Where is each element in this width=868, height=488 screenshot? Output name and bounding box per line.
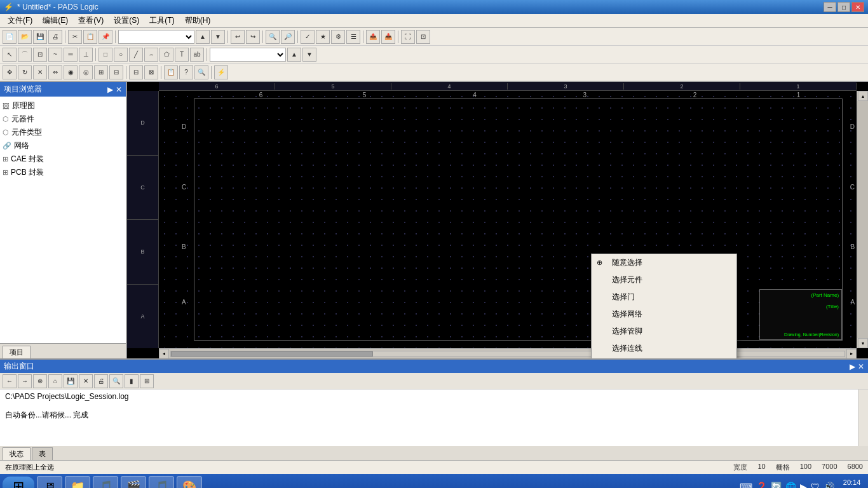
tb-arrow2[interactable]: ▼ bbox=[211, 30, 225, 44]
bus-btn[interactable]: ═ bbox=[64, 48, 78, 62]
circle-btn[interactable]: ○ bbox=[114, 48, 128, 62]
menu-settings[interactable]: 设置(S) bbox=[109, 14, 144, 27]
mirror-btn[interactable]: ⇔ bbox=[48, 65, 62, 79]
tb-window[interactable]: ⊡ bbox=[416, 30, 430, 44]
v-scrollbar[interactable]: ▴ ▾ bbox=[857, 91, 868, 348]
ctx-select-gate[interactable]: 选择门 bbox=[592, 288, 736, 306]
tray-sync[interactable]: 🔄 bbox=[771, 482, 782, 488]
canvas-area[interactable]: 6 5 4 3 2 1 D C B A 6 bbox=[127, 82, 868, 358]
ctx-select-draw[interactable]: 选择绘图项 bbox=[592, 357, 736, 358]
panel-close-icon[interactable]: ✕ bbox=[116, 85, 122, 94]
output-pin-icon[interactable]: ▶ bbox=[850, 362, 855, 371]
tb-list[interactable]: ☰ bbox=[346, 30, 360, 44]
move-btn[interactable]: ✥ bbox=[3, 65, 17, 79]
pin-btn[interactable]: ⊥ bbox=[79, 48, 93, 62]
wire-btn[interactable]: ⌒ bbox=[18, 48, 32, 62]
prop-btn[interactable]: 📋 bbox=[164, 65, 178, 79]
out-home[interactable]: ⌂ bbox=[48, 374, 62, 388]
minimize-button[interactable]: ─ bbox=[824, 2, 836, 12]
scroll-track[interactable] bbox=[170, 351, 845, 357]
ungroup-btn[interactable]: ⊟ bbox=[109, 65, 123, 79]
dim-btn[interactable]: ◎ bbox=[79, 65, 93, 79]
tb-export[interactable]: 📤 bbox=[366, 30, 380, 44]
menu-view[interactable]: 查看(V) bbox=[73, 14, 109, 27]
text-down[interactable]: ▼ bbox=[302, 48, 316, 62]
paste-button[interactable]: 📌 bbox=[98, 30, 112, 44]
tb-import[interactable]: 📥 bbox=[381, 30, 395, 44]
rect-btn[interactable]: □ bbox=[98, 48, 112, 62]
open-button[interactable]: 📂 bbox=[18, 30, 32, 44]
cut-button[interactable]: ✂ bbox=[68, 30, 82, 44]
tb-star[interactable]: ★ bbox=[316, 30, 330, 44]
output-scrollbar[interactable] bbox=[858, 390, 868, 446]
zoom-in[interactable]: 🔍 bbox=[266, 30, 280, 44]
tray-security[interactable]: 🛡 bbox=[811, 482, 820, 488]
copy-button[interactable]: 📋 bbox=[83, 30, 97, 44]
scroll-thumb[interactable] bbox=[171, 351, 373, 356]
align-btn[interactable]: ⊟ bbox=[129, 65, 143, 79]
comp-btn[interactable]: ⊡ bbox=[33, 48, 47, 62]
rotate-btn[interactable]: ↻ bbox=[18, 65, 32, 79]
tray-keyboard[interactable]: ⌨ bbox=[740, 482, 752, 488]
tree-components[interactable]: ⬡ 元器件 bbox=[3, 112, 123, 126]
ctx-select-net[interactable]: 选择网络 bbox=[592, 306, 736, 323]
tree-pcb[interactable]: ⊞ PCB 封装 bbox=[3, 166, 123, 179]
ctx-select-wire[interactable]: 选择连线 bbox=[592, 340, 736, 357]
zoom-out[interactable]: 🔎 bbox=[281, 30, 295, 44]
layer-dropdown[interactable] bbox=[118, 30, 194, 44]
query-btn[interactable]: ? bbox=[179, 65, 193, 79]
new-button[interactable]: 📄 bbox=[3, 30, 17, 44]
ref-btn[interactable]: ab bbox=[190, 48, 204, 62]
scroll-left-btn[interactable]: ◂ bbox=[159, 349, 169, 359]
highlight-btn[interactable]: ◉ bbox=[64, 65, 78, 79]
menu-tools[interactable]: 工具(T) bbox=[144, 14, 179, 27]
group-btn[interactable]: ⊞ bbox=[94, 65, 108, 79]
ctx-select-pin[interactable]: 选择管脚 bbox=[592, 323, 736, 340]
out-grid[interactable]: ⊞ bbox=[140, 374, 154, 388]
maximize-button[interactable]: □ bbox=[837, 2, 850, 12]
line-btn[interactable]: ╱ bbox=[129, 48, 143, 62]
tray-volume[interactable]: 🔊 bbox=[824, 482, 834, 488]
out-delete[interactable]: ✕ bbox=[79, 374, 93, 388]
tray-arrow-right[interactable]: ▶ bbox=[800, 482, 807, 488]
scroll-down-btn[interactable]: ▾ bbox=[858, 338, 868, 348]
spread-btn[interactable]: ⊠ bbox=[144, 65, 158, 79]
start-button[interactable]: ⊞ bbox=[3, 477, 34, 488]
panel-pin-icon[interactable]: ▶ bbox=[107, 85, 113, 94]
out-highlight[interactable]: ▮ bbox=[125, 374, 139, 388]
output-close-icon[interactable]: ✕ bbox=[858, 362, 864, 371]
out-find[interactable]: 🔍 bbox=[109, 374, 123, 388]
tray-network[interactable]: 🌐 bbox=[785, 482, 796, 488]
taskbar-app-explorer[interactable]: 📁 bbox=[65, 476, 90, 488]
find-btn[interactable]: 🔍 bbox=[194, 65, 208, 79]
taskbar-app-video[interactable]: 🎬 bbox=[121, 476, 146, 488]
tb-arrow1[interactable]: ▲ bbox=[196, 30, 210, 44]
redo-button[interactable]: ↪ bbox=[246, 30, 260, 44]
arc-btn[interactable]: ⌢ bbox=[144, 48, 158, 62]
tree-part-types[interactable]: ⬡ 元件类型 bbox=[3, 126, 123, 139]
save-button[interactable]: 💾 bbox=[33, 30, 47, 44]
tab-table[interactable]: 表 bbox=[32, 447, 53, 460]
tree-schematic[interactable]: 🖼 原理图 bbox=[3, 99, 123, 112]
text-btn[interactable]: T bbox=[175, 48, 189, 62]
out-save[interactable]: 💾 bbox=[64, 374, 78, 388]
undo-button[interactable]: ↩ bbox=[231, 30, 245, 44]
menu-edit[interactable]: 编辑(E) bbox=[37, 14, 73, 27]
net-btn[interactable]: ~ bbox=[48, 48, 62, 62]
h-scrollbar[interactable]: ◂ ▸ bbox=[159, 348, 857, 358]
schematic-canvas[interactable]: 6 5 4 3 2 1 D C B A D C B A bbox=[159, 91, 857, 348]
out-stop[interactable]: ⊗ bbox=[33, 374, 47, 388]
tree-nets[interactable]: 🔗 网络 bbox=[3, 139, 123, 152]
menu-file[interactable]: 文件(F) bbox=[3, 14, 37, 27]
out-back[interactable]: ← bbox=[3, 374, 17, 388]
scroll-up-btn[interactable]: ▴ bbox=[858, 91, 868, 101]
font-dropdown[interactable] bbox=[210, 48, 286, 62]
text-up[interactable]: ▲ bbox=[287, 48, 301, 62]
ctx-select-component[interactable]: 选择元件 bbox=[592, 271, 736, 288]
tray-help[interactable]: ❓ bbox=[756, 482, 767, 488]
delete-btn[interactable]: ✕ bbox=[33, 65, 47, 79]
out-print[interactable]: 🖨 bbox=[94, 374, 108, 388]
taskbar-app-audio[interactable]: 🎵 bbox=[149, 476, 174, 488]
close-button[interactable]: ✕ bbox=[851, 2, 864, 12]
menu-help[interactable]: 帮助(H) bbox=[180, 14, 216, 27]
